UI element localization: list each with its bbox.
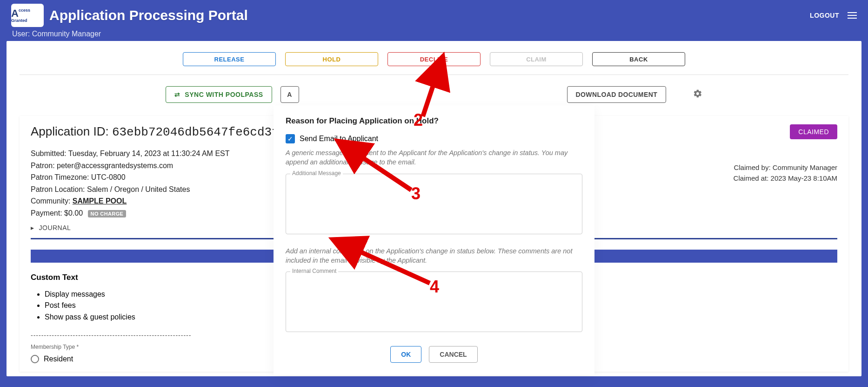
additional-message-input[interactable] xyxy=(286,174,582,234)
download-document-button[interactable]: DOWNLOAD DOCUMENT xyxy=(567,86,667,103)
hold-reason-modal: Reason for Placing Application on Hold? … xyxy=(274,105,594,375)
app-title: Application Processing Portal xyxy=(49,7,248,23)
sync-poolpass-button[interactable]: ⇄ SYNC WITH POOLPASS xyxy=(166,86,272,103)
internal-comment-input[interactable] xyxy=(286,272,582,332)
user-line: User: Community Manager xyxy=(11,30,857,38)
sync-label: SYNC WITH POOLPASS xyxy=(185,91,263,98)
helper-text-2: Add an internal comments on the Applicat… xyxy=(286,246,582,265)
logo: Access Granted xyxy=(11,4,44,27)
release-button[interactable]: RELEASE xyxy=(183,52,276,66)
ok-button[interactable]: OK xyxy=(390,346,421,363)
nocharge-badge: NO CHARGE xyxy=(88,210,127,217)
main-surface: RELEASE HOLD DECLINE CLAIM BACK ⇄ SYNC W… xyxy=(7,41,861,376)
logout-link[interactable]: LOGOUT xyxy=(810,12,839,19)
sync-icon: ⇄ xyxy=(174,91,180,98)
decline-button[interactable]: DECLINE xyxy=(387,52,481,66)
claim-info: Claimed by: Community Manager Claimed at… xyxy=(734,163,837,219)
hold-button[interactable]: HOLD xyxy=(285,52,378,66)
modal-title: Reason for Placing Application on Hold? xyxy=(286,116,582,126)
community-link[interactable]: SAMPLE POOL xyxy=(73,197,127,205)
gear-icon[interactable] xyxy=(693,89,702,100)
application-meta: Submitted: Tuesday, February 14, 2023 at… xyxy=(31,148,230,219)
cancel-button[interactable]: CANCEL xyxy=(429,346,477,363)
helper-text-1: A generic message will be sent to the Ap… xyxy=(286,148,582,167)
claim-button: CLAIM xyxy=(490,52,583,66)
send-email-label: Send Email to Applicant xyxy=(300,135,378,143)
toolbar-row: ⇄ SYNC WITH POOLPASS A DOWNLOAD DOCUMENT xyxy=(7,75,861,108)
claimed-badge: CLAIMED xyxy=(790,124,837,139)
partially-hidden-button[interactable]: A xyxy=(280,86,299,103)
back-button[interactable]: BACK xyxy=(592,52,685,66)
app-header: Access Granted Application Processing Po… xyxy=(7,0,861,41)
radio-icon xyxy=(31,355,39,363)
internal-comment-label: Internal Comment xyxy=(290,268,338,274)
action-row: RELEASE HOLD DECLINE CLAIM BACK xyxy=(20,41,848,75)
additional-message-label: Additional Message xyxy=(290,170,343,177)
application-id: Application ID: 63ebb72046db5647fe6cd3fa xyxy=(31,124,286,139)
chevron-right-icon: ▸ xyxy=(31,224,34,231)
send-email-checkbox[interactable]: ✓ xyxy=(286,134,295,143)
menu-icon[interactable] xyxy=(848,12,857,19)
